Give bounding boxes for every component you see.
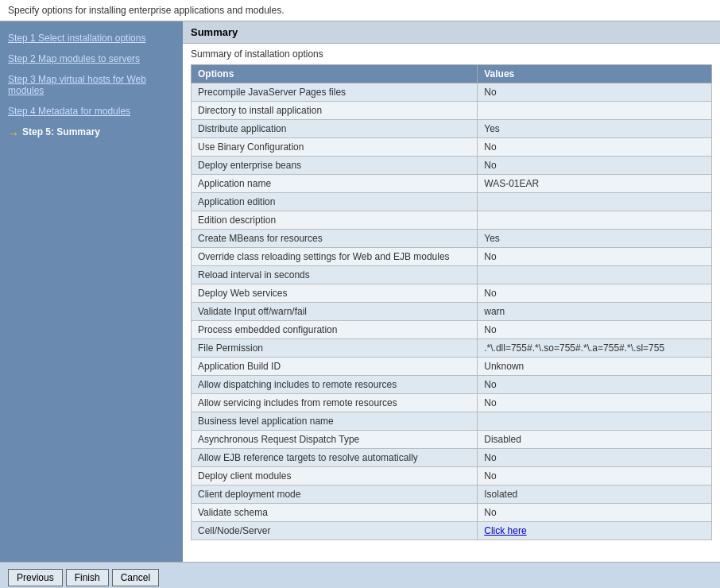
table-row: Deploy Web servicesNo [192,284,712,303]
value-cell [478,412,712,431]
table-row: Process embedded configurationNo [192,321,712,339]
table-row: Override class reloading settings for We… [192,248,712,266]
option-cell: Create MBeans for resources [192,230,478,248]
table-row: Allow dispatching includes to remote res… [192,376,712,394]
value-cell: No [478,394,712,412]
value-cell: No [478,504,712,522]
sidebar: Step 1 Select installation options Step … [0,21,183,562]
table-row: Validate schemaNo [192,504,712,522]
table-row: Application edition [192,193,712,211]
table-row: Allow EJB reference targets to resolve a… [192,449,712,467]
value-cell: .*\.dll=755#.*\.so=755#.*\.a=755#.*\.sl=… [478,339,712,358]
step5-label: Step 5: Summary [22,126,100,137]
step2-link[interactable]: Step 2 Map modules to servers [8,53,140,64]
sidebar-item-step2[interactable]: Step 2 Map modules to servers [5,48,178,69]
option-cell: Allow dispatching includes to remote res… [192,376,478,394]
value-cell: WAS-01EAR [478,175,712,193]
option-cell: Allow servicing includes from remote res… [192,394,478,412]
option-cell: Asynchronous Request Dispatch Type [192,431,478,449]
value-cell [478,102,712,120]
option-cell: Application Build ID [192,358,478,376]
table-row: Deploy client modulesNo [192,467,712,485]
table-row: Directory to install application [192,102,712,120]
value-cell: Yes [478,120,712,138]
option-cell: Directory to install application [192,102,478,120]
value-cell: No [478,248,712,266]
value-cell: No [478,467,712,485]
table-row: Use Binary ConfigurationNo [192,138,712,157]
option-cell: Process embedded configuration [192,321,478,339]
table-row: File Permission.*\.dll=755#.*\.so=755#.*… [192,339,712,358]
value-cell [478,211,712,230]
option-cell: Application edition [192,193,478,211]
table-row: Cell/Node/ServerClick here [192,522,712,540]
value-cell: Disabled [478,431,712,449]
value-cell: Yes [478,230,712,248]
option-cell: Cell/Node/Server [192,522,478,540]
option-cell: Deploy enterprise beans [192,157,478,175]
previous-button[interactable]: Previous [8,569,63,586]
cancel-button[interactable]: Cancel [112,569,159,586]
sidebar-item-step5: → Step 5: Summary [5,122,178,145]
value-cell: warn [478,303,712,321]
option-cell: Application name [192,175,478,193]
table-row: Allow servicing includes from remote res… [192,394,712,412]
option-cell: Use Binary Configuration [192,138,478,157]
table-row: Application Build IDUnknown [192,358,712,376]
option-cell: Allow EJB reference targets to resolve a… [192,449,478,467]
finish-button[interactable]: Finish [66,569,109,586]
table-row: Validate Input off/warn/failwarn [192,303,712,321]
value-cell: No [478,449,712,467]
option-cell: Business level application name [192,412,478,431]
option-cell: Deploy Web services [192,284,478,303]
value-cell [478,266,712,284]
option-cell: Deploy client modules [192,467,478,485]
col-header-options: Options [192,65,478,83]
value-cell: Isolated [478,485,712,504]
value-cell: No [478,83,712,102]
option-cell: Precompile JavaServer Pages files [192,83,478,102]
options-table: Options Values Precompile JavaServer Pag… [191,64,712,540]
option-cell: File Permission [192,339,478,358]
option-cell: Validate Input off/warn/fail [192,303,478,321]
option-cell: Edition description [192,211,478,230]
sidebar-item-step3[interactable]: Step 3 Map virtual hosts for Web modules [5,69,178,101]
option-cell: Override class reloading settings for We… [192,248,478,266]
value-cell [478,193,712,211]
bottom-bar: Previous Finish Cancel [0,562,720,588]
step4-link[interactable]: Step 4 Metadata for modules [8,106,130,117]
cell-link[interactable]: Click here [484,525,526,536]
table-row: Precompile JavaServer Pages filesNo [192,83,712,102]
table-row: Business level application name [192,412,712,431]
sidebar-item-step4[interactable]: Step 4 Metadata for modules [5,101,178,122]
table-row: Reload interval in seconds [192,266,712,284]
table-row: Edition description [192,211,712,230]
top-bar-text: Specify options for installing enterpris… [8,5,285,16]
table-row: Distribute applicationYes [192,120,712,138]
summary-subheader: Summary of installation options [183,44,720,64]
step1-link[interactable]: Step 1 Select installation options [8,33,145,44]
value-cell: No [478,138,712,157]
option-cell: Client deployment mode [192,485,478,504]
sidebar-item-step1[interactable]: Step 1 Select installation options [5,28,178,48]
table-row: Asynchronous Request Dispatch TypeDisabl… [192,431,712,449]
content-area: Summary Summary of installation options … [183,21,720,562]
value-cell: No [478,321,712,339]
top-bar: Specify options for installing enterpris… [0,0,720,21]
option-cell: Distribute application [192,120,478,138]
value-cell[interactable]: Click here [478,522,712,540]
col-header-values: Values [478,65,712,83]
table-row: Create MBeans for resourcesYes [192,230,712,248]
active-arrow-icon: → [8,127,19,140]
table-row: Application nameWAS-01EAR [192,175,712,193]
summary-header: Summary [183,21,720,44]
value-cell: No [478,376,712,394]
table-row: Deploy enterprise beansNo [192,157,712,175]
table-row: Client deployment modeIsolated [192,485,712,504]
value-cell: No [478,284,712,303]
value-cell: Unknown [478,358,712,376]
option-cell: Validate schema [192,504,478,522]
option-cell: Reload interval in seconds [192,266,478,284]
value-cell: No [478,157,712,175]
step3-link[interactable]: Step 3 Map virtual hosts for Web modules [8,74,146,96]
